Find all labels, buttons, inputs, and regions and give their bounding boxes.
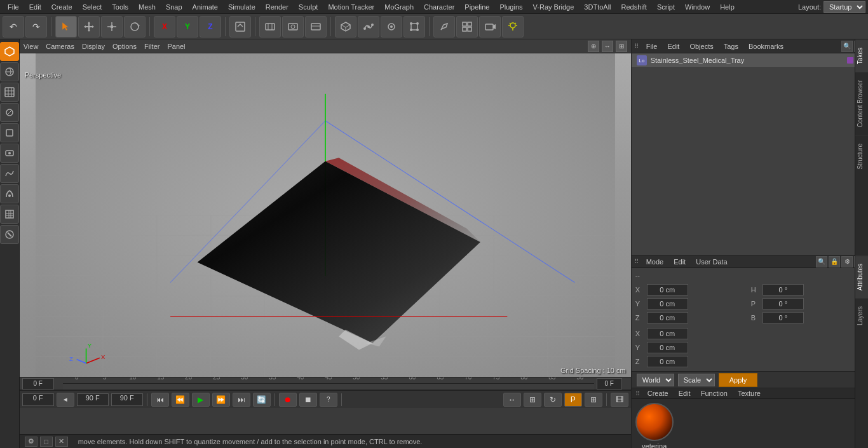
tab-layers[interactable]: Layers [855, 298, 868, 333]
menu-render[interactable]: Render [261, 2, 294, 12]
status-icon-3[interactable]: ✕ [55, 437, 68, 447]
sidebar-s2-btn[interactable] [0, 225, 19, 244]
mat-menu-edit[interactable]: Edit [676, 388, 693, 398]
playback-skip-start[interactable]: ⏮ [151, 393, 169, 407]
layout-select[interactable]: Startup [824, 1, 865, 13]
viewport-menu-display[interactable]: Display [82, 43, 105, 50]
panel-menu-edit[interactable]: Edit [665, 41, 682, 51]
playback-play[interactable]: ▶ [192, 393, 210, 407]
render-settings-btn[interactable] [305, 16, 327, 37]
scale-select[interactable]: Scale [678, 374, 715, 386]
axis-z-btn[interactable]: Z [200, 16, 221, 37]
attr-menu-edit[interactable]: Edit [671, 257, 688, 267]
select-tool-btn[interactable] [55, 16, 77, 37]
playback-frame-end2[interactable]: 90 F [111, 393, 143, 406]
viewport-menu-view[interactable]: View [24, 43, 39, 50]
pos-x-input[interactable] [647, 284, 688, 295]
playback-arrow-left[interactable]: ◄ [57, 393, 74, 407]
sidebar-model-btn[interactable] [0, 42, 19, 61]
sidebar-poly-btn[interactable] [0, 83, 19, 102]
viewport[interactable]: View Cameras Display Options Filter Pane… [20, 39, 631, 377]
panel-menu-tags[interactable]: Tags [721, 41, 741, 51]
menu-plugins[interactable]: Plugins [494, 2, 527, 12]
attr-search-btn[interactable]: 🔍 [816, 256, 827, 268]
status-icon-2[interactable]: □ [40, 437, 53, 447]
apply-button[interactable]: Apply [719, 373, 758, 387]
world-select[interactable]: World [637, 374, 674, 386]
sidebar-grid-btn[interactable] [0, 205, 19, 224]
undo-btn[interactable]: ↶ [3, 16, 24, 37]
mat-menu-create[interactable]: Create [645, 388, 671, 398]
playback-next-frame[interactable]: ⏩ [212, 393, 230, 407]
sidebar-obj2-btn[interactable] [0, 144, 19, 163]
redo-btn[interactable]: ↷ [25, 16, 47, 37]
menu-pipeline[interactable]: Pipeline [459, 2, 494, 12]
attr-menu-user-data[interactable]: User Data [693, 257, 730, 267]
menu-file[interactable]: File [3, 2, 24, 12]
object-row-tray[interactable]: Lo Stainless_Steel_Medical_Tray [632, 53, 868, 68]
playback-stop[interactable]: ⏹ [299, 393, 317, 407]
axis-x-btn[interactable]: X [154, 16, 175, 37]
render-view-btn[interactable] [282, 16, 304, 37]
paint-btn[interactable] [433, 16, 455, 37]
timeline-current-frame[interactable]: 0 F [597, 378, 622, 390]
attr-menu-mode[interactable]: Mode [644, 257, 667, 267]
viewport-menu-options[interactable]: Options [112, 43, 137, 50]
spline-btn[interactable] [381, 16, 402, 37]
pos-z-input[interactable] [647, 312, 688, 323]
tab-content-browser[interactable]: Content Browser [855, 72, 868, 135]
rot-p-input[interactable] [763, 298, 804, 309]
subdivision-btn[interactable] [456, 16, 478, 37]
playback-prev-frame[interactable]: ⏪ [172, 393, 189, 407]
rotate-tool-btn[interactable] [124, 16, 146, 37]
timeline-start-frame[interactable]: 0 F [22, 378, 54, 390]
tab-takes[interactable]: Takes [855, 39, 868, 72]
status-icon-1[interactable]: ⚙ [25, 437, 37, 447]
menu-edit[interactable]: Edit [24, 2, 46, 12]
size-z-input[interactable] [647, 356, 688, 367]
menu-redshift[interactable]: Redshift [616, 2, 652, 12]
render-region-btn[interactable] [259, 16, 281, 37]
menu-animate[interactable]: Animate [187, 2, 223, 12]
menu-help[interactable]: Help [715, 2, 740, 12]
transform-btn[interactable] [229, 16, 251, 37]
attr-lock-btn[interactable]: 🔒 [829, 256, 840, 268]
menu-vray[interactable]: V-Ray Bridge [528, 2, 580, 12]
menu-create[interactable]: Create [46, 2, 78, 12]
menu-3dtoall[interactable]: 3DTtoAll [579, 2, 616, 12]
panel-menu-objects[interactable]: Objects [687, 41, 715, 51]
attr-settings-btn[interactable]: ⚙ [841, 256, 853, 268]
sidebar-s-btn[interactable] [0, 164, 19, 183]
menu-simulate[interactable]: Simulate [223, 2, 261, 12]
viewport-expand-btn[interactable]: ↔ [602, 41, 613, 52]
mat-menu-function[interactable]: Function [698, 388, 730, 398]
menu-select[interactable]: Select [78, 2, 107, 12]
sidebar-edge-btn[interactable] [0, 103, 19, 122]
viewport-canvas[interactable]: X Y Z Perspective Grid Spacing : 10 cm [20, 53, 631, 377]
playback-start-input[interactable]: 0 F [22, 393, 54, 406]
playback-end-input[interactable]: 90 F [77, 393, 109, 406]
playback-rotate-btn[interactable]: ↻ [544, 393, 562, 407]
rot-h-input[interactable] [763, 284, 804, 295]
panel-menu-bookmarks[interactable]: Bookmarks [746, 41, 786, 51]
move-tool-btn[interactable] [78, 16, 100, 37]
viewport-menu-cameras[interactable]: Cameras [46, 43, 74, 50]
menu-mograph[interactable]: MoGraph [379, 2, 419, 12]
playback-move-btn[interactable]: ↔ [503, 393, 521, 407]
viewport-max-btn[interactable]: ⊞ [616, 41, 627, 52]
pos-y-input[interactable] [647, 298, 688, 309]
deformer-btn[interactable] [403, 16, 425, 37]
panel-menu-file[interactable]: File [644, 41, 660, 51]
menu-character[interactable]: Character [419, 2, 459, 12]
viewport-menu-filter[interactable]: Filter [144, 43, 159, 50]
tab-structure[interactable]: Structure [855, 135, 868, 177]
menu-script[interactable]: Script [652, 2, 680, 12]
menu-window[interactable]: Window [680, 2, 715, 12]
playback-scale-btn[interactable]: ⊞ [524, 393, 541, 407]
viewport-menu-panel[interactable]: Panel [167, 43, 185, 50]
camera-btn[interactable] [479, 16, 501, 37]
axis-y-btn[interactable]: Y [177, 16, 198, 37]
mat-menu-texture[interactable]: Texture [735, 388, 763, 398]
tab-attributes[interactable]: Attributes [855, 255, 868, 298]
menu-sculpt[interactable]: Sculpt [294, 2, 323, 12]
